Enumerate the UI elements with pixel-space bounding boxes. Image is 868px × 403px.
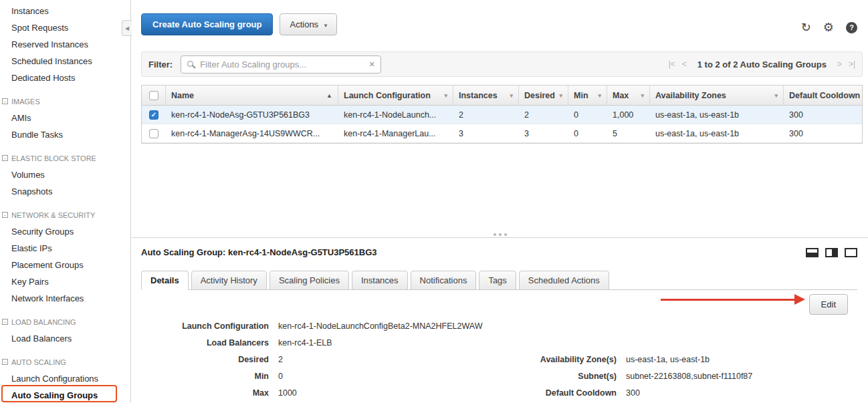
field-value: 1000 — [278, 388, 499, 398]
auto-scaling-groups-table: Name ▲ Launch Configuration ▾ Instances … — [141, 85, 863, 144]
chevron-down-icon: ▾ — [641, 92, 644, 99]
cell-min: 0 — [568, 110, 607, 120]
sidebar-item-spot-requests[interactable]: Spot Requests — [0, 19, 130, 36]
refresh-icon[interactable]: ↻ — [801, 21, 811, 33]
tab-details[interactable]: Details — [141, 271, 189, 290]
column-header-instances[interactable]: Instances ▾ — [453, 86, 519, 105]
column-header-max[interactable]: Max ▾ — [607, 86, 650, 105]
edit-row: Edit — [141, 290, 857, 315]
sidebar-item-scheduled-instances[interactable]: Scheduled Instances — [0, 53, 130, 70]
sidebar-item-reserved-instances[interactable]: Reserved Instances — [0, 36, 130, 53]
section-label: ELASTIC BLOCK STORE — [11, 154, 96, 162]
chevron-down-icon: ▾ — [598, 92, 601, 99]
sidebar-section-elastic-block-store[interactable]: - ELASTIC BLOCK STORE — [0, 150, 130, 166]
empty-space — [132, 144, 868, 237]
pagination: |< < 1 to 2 of 2 Auto Scaling Groups > >… — [669, 59, 855, 70]
sidebar-item-instances[interactable]: Instances — [0, 3, 130, 19]
tab-activity-history[interactable]: Activity History — [191, 271, 267, 290]
detail-field-row: Launch Configuration ken-rc4-1-NodeLaunc… — [141, 317, 857, 334]
sidebar-item-security-groups[interactable]: Security Groups — [0, 223, 130, 240]
detail-field-row: Min 0 Subnet(s) subnet-22163808,subnet-f… — [141, 368, 857, 384]
chevron-down-icon: ▾ — [324, 22, 328, 29]
sidebar-item-load-balancers[interactable]: Load Balancers — [0, 330, 130, 347]
field-value: 300 — [626, 388, 640, 398]
ec2-console-screen: Instances Spot Requests Reserved Instanc… — [0, 0, 868, 403]
table-row-manager-asg[interactable]: ken-rc4-1-ManagerAsg-14US9WWCR... ken-rc… — [142, 124, 862, 143]
column-header-desired[interactable]: Desired ▾ — [519, 86, 568, 105]
sidebar: Instances Spot Requests Reserved Instanc… — [0, 0, 131, 403]
row-checkbox[interactable] — [149, 129, 158, 138]
tab-scheduled-actions[interactable]: Scheduled Actions — [519, 271, 609, 290]
field-label: Default Cooldown — [499, 388, 626, 398]
sidebar-item-volumes[interactable]: Volumes — [0, 166, 130, 183]
split-pane-right-icon[interactable] — [825, 248, 838, 257]
tab-tags[interactable]: Tags — [479, 271, 516, 290]
field-label: Launch Configuration — [141, 321, 278, 331]
sidebar-item-auto-scaling-groups[interactable]: Auto Scaling Groups — [0, 387, 130, 403]
last-page-button[interactable]: >| — [849, 59, 855, 69]
row-checkbox-cell: ✓ — [142, 106, 166, 124]
check-icon: ✓ — [151, 112, 156, 118]
column-label: Max — [613, 91, 629, 100]
actions-button[interactable]: Actions ▾ — [280, 13, 337, 35]
tab-instances[interactable]: Instances — [352, 271, 408, 290]
tab-notifications[interactable]: Notifications — [411, 271, 477, 290]
help-icon[interactable]: ? — [846, 22, 857, 33]
first-page-button[interactable]: |< — [669, 59, 675, 69]
splitter-drag-handle-icon[interactable] — [490, 232, 511, 237]
sidebar-item-amis[interactable]: AMIs — [0, 110, 130, 126]
sidebar-item-key-pairs[interactable]: Key Pairs — [0, 273, 130, 290]
select-all-checkbox[interactable] — [149, 91, 158, 100]
field-label: Subnet(s) — [499, 372, 626, 381]
cell-launch-configuration: ken-rc4-1-NodeLaunch... — [338, 110, 453, 120]
sidebar-section-load-balancing[interactable]: - LOAD BALANCING — [0, 313, 130, 330]
prev-page-button[interactable]: < — [682, 59, 687, 69]
clear-filter-icon[interactable]: × — [369, 59, 374, 69]
sidebar-item-network-interfaces[interactable]: Network Interfaces — [0, 290, 130, 307]
actions-label: Actions — [290, 19, 318, 29]
sidebar-collapse-button[interactable]: ◀ — [122, 20, 132, 36]
edit-button[interactable]: Edit — [809, 294, 848, 315]
column-header-name[interactable]: Name ▲ — [166, 86, 338, 105]
column-header-min[interactable]: Min ▾ — [568, 86, 607, 105]
pane-layout-controls — [806, 248, 857, 257]
cell-default-cooldown: 300 — [784, 129, 862, 138]
sidebar-item-launch-configurations[interactable]: Launch Configurations — [0, 370, 130, 387]
detail-header: Auto Scaling Group: ken-rc4-1-NodeAsg-G5… — [141, 247, 857, 257]
gear-icon[interactable]: ⚙ — [823, 21, 834, 33]
table-row-node-asg[interactable]: ✓ ken-rc4-1-NodeAsg-G5TU3P561BG3 ken-rc4… — [142, 106, 862, 124]
cell-desired: 2 — [519, 110, 568, 120]
sidebar-section-images[interactable]: - IMAGES — [0, 93, 130, 110]
row-checkbox-cell — [142, 124, 166, 142]
full-pane-icon[interactable] — [845, 248, 857, 257]
column-header-default-cooldown[interactable]: Default Cooldown — [784, 86, 862, 105]
detail-panel: Auto Scaling Group: ken-rc4-1-NodeAsg-G5… — [132, 238, 868, 403]
next-page-button[interactable]: > — [837, 59, 842, 69]
sidebar-section-network-security[interactable]: - NETWORK & SECURITY — [0, 207, 130, 223]
cell-max: 5 — [607, 129, 650, 138]
search-icon — [187, 61, 193, 67]
sidebar-item-elastic-ips[interactable]: Elastic IPs — [0, 240, 130, 257]
field-label: Min — [141, 372, 278, 381]
field-value: 0 — [278, 372, 499, 381]
filter-label: Filter: — [148, 59, 173, 70]
sidebar-item-snapshots[interactable]: Snapshots — [0, 183, 130, 200]
column-label: Launch Configuration — [344, 91, 431, 100]
create-auto-scaling-group-button[interactable]: Create Auto Scaling group — [141, 13, 273, 35]
collapse-section-icon: - — [2, 359, 8, 365]
field-label: Desired — [141, 355, 278, 364]
sidebar-item-dedicated-hosts[interactable]: Dedicated Hosts — [0, 70, 130, 86]
tab-scaling-policies[interactable]: Scaling Policies — [269, 271, 349, 290]
sidebar-section-auto-scaling[interactable]: - AUTO SCALING — [0, 354, 130, 370]
cell-launch-configuration: ken-rc4-1-ManagerLau... — [338, 129, 453, 138]
row-checkbox[interactable]: ✓ — [149, 110, 158, 120]
chevron-down-icon: ▾ — [774, 92, 778, 99]
sort-ascending-icon: ▲ — [326, 92, 332, 99]
sidebar-item-placement-groups[interactable]: Placement Groups — [0, 257, 130, 273]
split-pane-bottom-icon[interactable] — [806, 248, 819, 257]
filter-input[interactable] — [200, 59, 363, 70]
column-header-launch-configuration[interactable]: Launch Configuration ▾ — [338, 86, 453, 105]
sidebar-item-bundle-tasks[interactable]: Bundle Tasks — [0, 126, 130, 143]
column-header-availability-zones[interactable]: Availability Zones ▾ — [650, 86, 784, 105]
collapse-section-icon: - — [2, 155, 8, 161]
